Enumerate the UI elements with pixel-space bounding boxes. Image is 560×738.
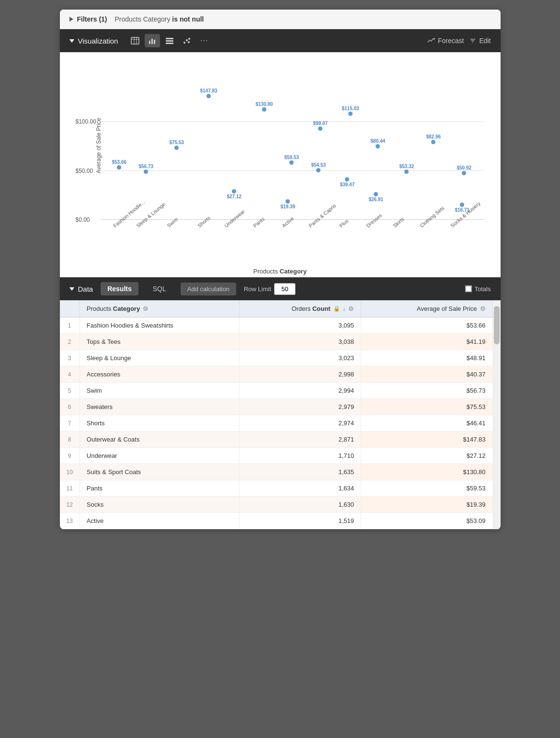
scrollbar[interactable]	[493, 300, 501, 529]
data-table: Products Category ⚙ Orders Count 🔒 ↓ ⚙	[60, 300, 493, 529]
y-label-100: $100.00	[76, 118, 96, 125]
orders-sort-desc-icon[interactable]: ↓	[343, 306, 346, 312]
avg-price-cell: $40.37	[361, 366, 492, 383]
row-num: 3	[60, 350, 80, 366]
table-row: 6 Sweaters 2,979 $75.53	[60, 399, 493, 415]
row-limit-label: Row Limit	[244, 285, 271, 293]
tab-sql[interactable]: SQL	[146, 282, 173, 295]
avg-price-cell: $41.19	[361, 334, 492, 350]
table-row: 10 Suits & Sport Coats 1,635 $130.80	[60, 464, 493, 480]
chart-container: Average of Sale Price $100.00 $50.00 $0.…	[69, 71, 491, 272]
main-card: Filters (1) Products Category is not nul…	[60, 10, 501, 529]
x-axis-labels: Fashion Hoodie... Sleep & Lounge Swim Sh…	[101, 222, 484, 265]
viz-collapse-icon	[69, 39, 74, 43]
avg-price-gear[interactable]: ⚙	[480, 305, 486, 312]
avg-price-cell: $130.80	[361, 464, 492, 480]
category-cell: Outerwear & Coats	[80, 431, 240, 448]
avg-price-cell: $48.91	[361, 350, 492, 366]
dot-socks-upper: $50.92	[457, 165, 472, 175]
orders-count-cell: 1,710	[240, 448, 361, 464]
dot-pantscapris-upper: $99.07	[313, 121, 328, 131]
filters-label: Filters (1)	[77, 15, 107, 23]
tab-results[interactable]: Results	[101, 282, 138, 295]
totals-checkbox[interactable]	[465, 285, 472, 292]
svg-rect-6	[154, 40, 155, 44]
avg-price-cell: $53.09	[361, 513, 492, 529]
data-label: Data	[78, 285, 93, 293]
avg-price-cell: $56.73	[361, 383, 492, 399]
row-num: 5	[60, 383, 80, 399]
grid-line-100	[101, 121, 484, 122]
dot-pantscapris-lower: $54.53	[311, 162, 326, 172]
plot-area: Average of Sale Price $100.00 $50.00 $0.…	[101, 71, 484, 220]
edit-btn[interactable]: Edit	[469, 37, 491, 45]
orders-count-cell: 3,095	[240, 318, 361, 334]
list-view-btn[interactable]	[162, 34, 177, 47]
orders-count-cell: 3,023	[240, 350, 361, 366]
category-cell: Suits & Sport Coats	[80, 464, 240, 480]
category-cell: Fashion Hoodies & Sweatshirts	[80, 318, 240, 334]
avg-price-cell: $59.53	[361, 480, 492, 497]
table-row: 4 Accessories 2,998 $40.37	[60, 366, 493, 383]
products-category-gear[interactable]: ⚙	[143, 305, 149, 312]
forecast-btn[interactable]: Forecast	[427, 37, 464, 45]
row-limit-area: Row Limit	[244, 283, 296, 295]
dot-fashion: $53.66	[112, 159, 127, 170]
row-number-header	[60, 300, 80, 318]
category-cell: Sweaters	[80, 399, 240, 415]
data-toolbar: Data Results SQL Add calculation Row Lim…	[60, 277, 501, 300]
dot-underwear: $27.12	[227, 189, 242, 199]
orders-count-gear[interactable]: ⚙	[348, 305, 354, 312]
row-num: 11	[60, 480, 80, 497]
scatter-view-btn[interactable]	[179, 34, 194, 47]
dot-plus-upper: $115.03	[342, 106, 359, 116]
edit-label: Edit	[479, 37, 491, 45]
svg-point-10	[183, 42, 185, 44]
svg-point-11	[186, 39, 188, 41]
row-num: 4	[60, 366, 80, 383]
table-row: 3 Sleep & Lounge 3,023 $48.91	[60, 350, 493, 366]
avg-price-cell: $75.53	[361, 399, 492, 415]
avg-sale-price-header: Average of Sale Price ⚙	[361, 300, 492, 318]
dot-skirts-lower: $53.32	[400, 164, 414, 174]
scrollbar-thumb	[494, 306, 500, 344]
orders-count-header: Orders Count 🔒 ↓ ⚙	[240, 300, 361, 318]
viz-title: Visualization	[69, 37, 118, 45]
filters-title[interactable]: Filters (1)	[69, 15, 107, 23]
table-row: 9 Underwear 1,710 $27.12	[60, 448, 493, 464]
grid-line-50	[101, 170, 484, 171]
svg-rect-8	[166, 40, 173, 42]
row-num: 13	[60, 513, 80, 529]
row-num: 1	[60, 318, 80, 334]
table-row: 5 Swim 2,994 $56.73	[60, 383, 493, 399]
data-collapse-icon	[69, 287, 74, 291]
data-table-section: Products Category ⚙ Orders Count 🔒 ↓ ⚙	[60, 300, 501, 529]
products-category-header: Products Category ⚙	[80, 300, 240, 318]
viz-label: Visualization	[78, 37, 118, 45]
dot-dresses-lower: $26.91	[369, 192, 384, 202]
dot-active-lower: $19.39	[281, 199, 296, 209]
more-options-btn[interactable]: ···	[196, 34, 212, 47]
category-cell: Accessories	[80, 366, 240, 383]
table-view-btn[interactable]	[127, 34, 143, 47]
orders-count-cell: 1,519	[240, 513, 361, 529]
row-num: 7	[60, 415, 80, 431]
forecast-label: Forecast	[438, 37, 464, 45]
table-row: 2 Tops & Tees 3,038 $41.19	[60, 334, 493, 350]
x-axis-title: Products Category	[69, 265, 491, 277]
row-limit-input[interactable]	[274, 283, 296, 295]
y-label-0: $0.00	[76, 216, 90, 223]
totals-area: Totals	[465, 285, 491, 293]
svg-rect-5	[151, 39, 153, 44]
bar-chart-view-btn[interactable]	[145, 34, 160, 47]
category-cell: Active	[80, 513, 240, 529]
add-calculation-button[interactable]: Add calculation	[181, 283, 236, 295]
orders-count-cell: 1,630	[240, 497, 361, 513]
grid-layer: $100.00 $50.00 $0.00	[101, 71, 484, 220]
row-num: 8	[60, 431, 80, 448]
category-cell: Shorts	[80, 415, 240, 431]
viz-toolbar: Visualization	[60, 29, 501, 52]
category-cell: Pants	[80, 480, 240, 497]
dot-swim: $75.53	[170, 140, 184, 150]
orders-count-cell: 2,998	[240, 366, 361, 383]
